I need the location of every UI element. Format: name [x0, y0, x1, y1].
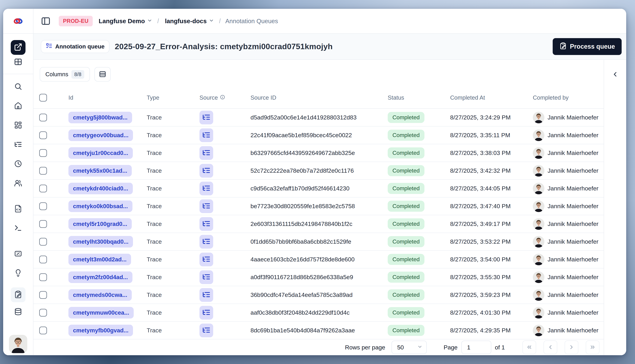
- row-checkbox[interactable]: [39, 326, 47, 334]
- first-page-button[interactable]: [522, 340, 536, 354]
- user-avatar[interactable]: [9, 335, 27, 353]
- langfuse-logo[interactable]: [3, 9, 33, 34]
- row-checkbox[interactable]: [39, 185, 47, 192]
- avatar: [533, 130, 544, 141]
- table-row[interactable]: cmetymeds00cwa... Trace 36b90cdfc47e5da1…: [34, 286, 604, 304]
- page-number-input[interactable]: [461, 341, 491, 354]
- source-trace-button[interactable]: [199, 217, 213, 231]
- table-row[interactable]: cmetylt3m00d2ad... Trace 4aaece1603cb2e1…: [34, 251, 604, 268]
- table-row[interactable]: cmetymyfb00gvad... Trace 8dc69b1ba1e540b…: [34, 322, 604, 340]
- page-title: 2025-09-27_Error-Analysis: cmetybzmi00cr…: [115, 42, 547, 51]
- row-id-badge[interactable]: cmetygeov00buad...: [68, 130, 133, 141]
- row-source-id: be7723e30d8020559fe1e8583e2c5758: [251, 203, 355, 210]
- source-trace-button[interactable]: [199, 200, 213, 213]
- row-checkbox[interactable]: [39, 220, 47, 228]
- table-row[interactable]: cmetykdr400ciad0... Trace c9d56ca32efaff…: [34, 180, 604, 198]
- table-icon: [14, 58, 22, 67]
- row-id-badge[interactable]: cmetymmuw00cea...: [68, 307, 134, 318]
- table-row[interactable]: cmetylht300bqad0... Trace 0f1dd65b7bb9bf…: [34, 233, 604, 251]
- project-switcher[interactable]: langfuse-docs: [165, 18, 214, 24]
- row-checkbox[interactable]: [39, 309, 47, 316]
- row-id-badge[interactable]: cmetymyfb00gvad...: [68, 325, 133, 336]
- source-trace-button[interactable]: [199, 324, 213, 337]
- column-header-id[interactable]: Id: [62, 94, 141, 101]
- sidebar-item-search[interactable]: [11, 82, 26, 92]
- previous-page-button[interactable]: [544, 340, 557, 354]
- open-in-new-button[interactable]: [11, 40, 26, 55]
- source-trace-button[interactable]: [199, 252, 213, 266]
- source-trace-button[interactable]: [199, 288, 213, 302]
- table-row[interactable]: cmetymmuw00cea... Trace aaf0c38db0f3f204…: [34, 304, 604, 322]
- sidebar-item-datasets[interactable]: [11, 307, 26, 317]
- row-id-badge[interactable]: cmetylt3m00d2ad...: [68, 254, 131, 265]
- table-row[interactable]: cmetyg5j800bwad... Trace d5ad9d52a00c6e1…: [34, 109, 604, 126]
- source-trace-button[interactable]: [199, 182, 213, 195]
- expand-panel-button[interactable]: [609, 69, 621, 80]
- sidebar-item-playground[interactable]: [11, 223, 26, 234]
- row-checkbox[interactable]: [39, 167, 47, 174]
- column-header-type[interactable]: Type: [141, 94, 193, 101]
- source-trace-button[interactable]: [199, 235, 213, 248]
- next-page-button[interactable]: [565, 340, 578, 354]
- row-checkbox[interactable]: [39, 132, 47, 139]
- sidebar-toggle-icon[interactable]: [41, 16, 51, 26]
- row-checkbox[interactable]: [39, 149, 47, 157]
- source-trace-button[interactable]: [199, 146, 213, 160]
- table-row[interactable]: cmetyk55x00c1ad... Trace 52c72c2222ea78e…: [34, 162, 604, 180]
- breadcrumb-section[interactable]: Annotation Queues: [225, 18, 278, 24]
- select-all-checkbox[interactable]: [39, 94, 47, 102]
- sidebar-item-evaluators[interactable]: [11, 249, 26, 259]
- sidebar-item-dashboards[interactable]: [11, 120, 26, 131]
- row-id-badge[interactable]: cmetym2fz00d4ad...: [68, 272, 132, 283]
- row-id-badge[interactable]: cmetyko0k00bsad...: [68, 200, 132, 212]
- org-switcher[interactable]: Langfuse Demo: [99, 18, 152, 24]
- table-row[interactable]: cmetyko0k00bsad... Trace be7723e30d80205…: [34, 198, 604, 215]
- source-trace-button[interactable]: [199, 111, 213, 124]
- sidebar-item-home[interactable]: [11, 101, 26, 112]
- row-checkbox[interactable]: [39, 202, 47, 210]
- row-source-id: 8dc69b1ba1e540b4d084a7f9262a3aae: [251, 327, 355, 334]
- sidebar-item-tracing[interactable]: [11, 140, 26, 150]
- column-header-source[interactable]: Source: [193, 94, 245, 101]
- table-row[interactable]: cmetygeov00buad... Trace 22c41f09acae5b1…: [34, 126, 604, 144]
- sidebar-item-annotation-queues[interactable]: [11, 288, 26, 302]
- row-id-badge[interactable]: cmetyg5j800bwad...: [68, 112, 132, 123]
- source-trace-button[interactable]: [199, 306, 213, 320]
- row-source-id: 2e603f31361115db24198478840b1f2c: [251, 220, 352, 227]
- row-checkbox[interactable]: [39, 256, 47, 263]
- sidebar-item-users[interactable]: [11, 178, 26, 189]
- columns-button[interactable]: Columns 8/8: [40, 67, 90, 82]
- rows-per-page-select[interactable]: 50: [391, 341, 427, 354]
- row-completed-at: 8/27/2025, 4:01:30 PM: [450, 309, 511, 316]
- row-checkbox[interactable]: [39, 291, 47, 299]
- source-trace-button[interactable]: [199, 164, 213, 178]
- sidebar-item-insights[interactable]: [11, 268, 26, 278]
- row-id-badge[interactable]: cmetymeds00cwa...: [68, 289, 132, 301]
- row-checkbox[interactable]: [39, 238, 47, 246]
- process-queue-button[interactable]: Process queue: [553, 38, 622, 55]
- clipboard-pen-icon: [559, 42, 567, 51]
- org-name: Langfuse Demo: [99, 18, 145, 24]
- row-id-badge[interactable]: cmetylht300bqad0...: [68, 236, 133, 248]
- list-tree-icon: [202, 220, 210, 228]
- last-page-button[interactable]: [586, 340, 599, 354]
- row-checkbox[interactable]: [39, 114, 47, 122]
- row-height-button[interactable]: [94, 67, 111, 82]
- sidebar-item-sessions[interactable]: [11, 159, 26, 169]
- table-row[interactable]: cmetyl5r100grad0... Trace 2e603f31361115…: [34, 215, 604, 233]
- source-trace-button[interactable]: [199, 270, 213, 284]
- source-trace-button[interactable]: [199, 128, 213, 142]
- column-header-status[interactable]: Status: [382, 94, 444, 101]
- column-header-source-id[interactable]: Source ID: [245, 94, 382, 101]
- row-id-badge[interactable]: cmetyl5r100grad0...: [68, 218, 132, 230]
- row-id-badge[interactable]: cmetykdr400ciad0...: [68, 183, 133, 194]
- row-id-badge[interactable]: cmetyju1r00ccad0...: [68, 147, 133, 159]
- column-header-completed-at[interactable]: Completed At: [444, 94, 527, 101]
- table-row[interactable]: cmetyju1r00ccad0... Trace b63297665cfd44…: [34, 144, 604, 162]
- table-row[interactable]: cmetym2fz00d4ad... Trace a0df3f901167218…: [34, 268, 604, 286]
- row-id-badge[interactable]: cmetyk55x00c1ad...: [68, 165, 132, 176]
- sidebar-item-tables[interactable]: [11, 55, 26, 70]
- column-header-completed-by[interactable]: Completed by: [527, 94, 604, 101]
- sidebar-item-prompts[interactable]: [11, 204, 26, 214]
- row-checkbox[interactable]: [39, 273, 47, 281]
